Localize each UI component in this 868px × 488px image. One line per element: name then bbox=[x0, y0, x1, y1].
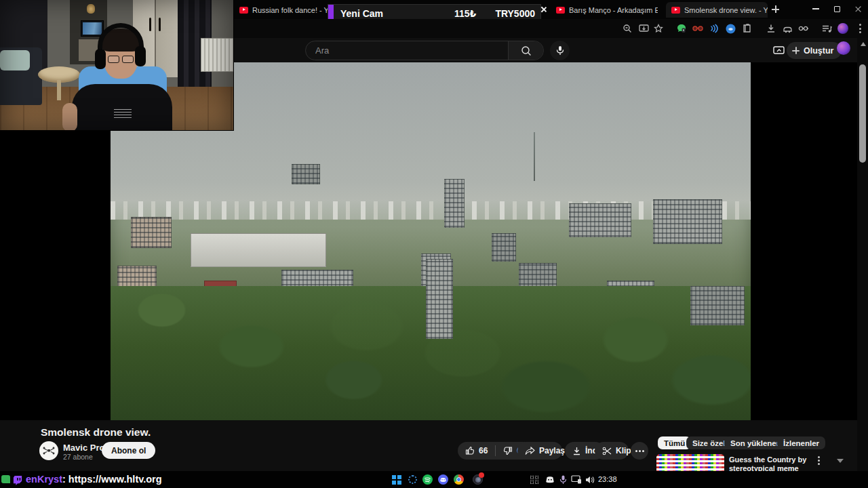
window-maximize-button[interactable] bbox=[827, 0, 847, 18]
search-box bbox=[305, 41, 544, 60]
browser-menu-kebab-icon[interactable] bbox=[853, 22, 867, 35]
tray-volume-icon[interactable] bbox=[584, 474, 595, 485]
user-avatar[interactable] bbox=[837, 41, 850, 55]
tab-baris-manco[interactable]: Barış Manço - Arkadaşım Eşek bbox=[551, 2, 658, 18]
maximize-icon bbox=[834, 6, 840, 12]
banner-close-icon[interactable] bbox=[540, 5, 548, 14]
scrollbar-up-arrow[interactable] bbox=[861, 42, 866, 46]
extension-clipboard-icon[interactable] bbox=[740, 22, 753, 35]
more-actions-button[interactable] bbox=[631, 442, 648, 460]
like-button[interactable]: 66 bbox=[458, 442, 495, 460]
share-label: Paylaş bbox=[539, 446, 565, 455]
avatar bbox=[837, 23, 848, 34]
apartment-building bbox=[131, 217, 172, 248]
share-icon bbox=[525, 447, 535, 455]
extension-messenger-icon[interactable] bbox=[675, 22, 688, 35]
kebab-dot bbox=[642, 450, 644, 452]
windows-logo-icon bbox=[392, 475, 401, 485]
youtube-favicon bbox=[239, 7, 248, 14]
chip-watched[interactable]: İzlenenler bbox=[777, 436, 825, 449]
window-minimize-button[interactable] bbox=[806, 0, 826, 18]
webcam-overlay bbox=[0, 0, 234, 131]
apartment-building bbox=[653, 199, 722, 244]
taskbar-app-chrome[interactable] bbox=[453, 474, 465, 485]
foreground-tower bbox=[426, 259, 453, 339]
suggested-title-line1: Guess the Country by bbox=[729, 455, 810, 464]
page-scrollbar-thumb[interactable] bbox=[859, 64, 866, 163]
channel-name[interactable]: Mavic Pro bbox=[63, 443, 104, 453]
suggested-video-menu-icon[interactable] bbox=[815, 456, 822, 467]
cart-icon[interactable] bbox=[781, 22, 794, 35]
playlist-music-icon[interactable] bbox=[820, 22, 833, 35]
minimize-icon bbox=[812, 8, 819, 9]
share-button[interactable]: Paylaş bbox=[517, 442, 562, 460]
video-title: Smolensk drone view. bbox=[41, 426, 151, 439]
app-icon bbox=[473, 474, 483, 485]
donation-current-amount: 115₺ bbox=[454, 8, 476, 19]
tray-cast-icon[interactable] bbox=[570, 474, 582, 485]
search-input[interactable] bbox=[306, 41, 508, 60]
chevron-down-icon[interactable] bbox=[837, 459, 844, 463]
tab-label: Barış Manço - Arkadaşım Eşek bbox=[569, 6, 658, 14]
search-button[interactable] bbox=[508, 41, 543, 60]
kebab-dot bbox=[818, 463, 820, 465]
tab-label: Russian folk dance! - YouTube bbox=[252, 6, 328, 14]
foreground-building bbox=[690, 286, 745, 325]
drone-icon bbox=[43, 447, 55, 455]
apartment-building bbox=[569, 203, 631, 237]
start-button[interactable] bbox=[391, 474, 402, 485]
industrial-sheds bbox=[191, 233, 326, 267]
extension-blue-app-icon[interactable] bbox=[724, 22, 737, 35]
downloads-icon[interactable] bbox=[764, 22, 778, 35]
mic-button[interactable] bbox=[550, 41, 570, 60]
channel-avatar[interactable] bbox=[39, 441, 58, 460]
extension-vpn-glasses-icon[interactable] bbox=[691, 22, 705, 35]
tab-russian-folk-dance[interactable]: Russian folk dance! - YouTube bbox=[234, 2, 328, 18]
tab-smolensk-active[interactable]: Smolensk drone view. - You bbox=[666, 2, 768, 18]
taskbar-app-discord[interactable] bbox=[437, 474, 449, 485]
snapshot-icon[interactable] bbox=[637, 22, 650, 35]
youtube-favicon bbox=[671, 7, 680, 14]
tray-overflow-icon[interactable] bbox=[528, 474, 540, 485]
taskbar-app-notification[interactable] bbox=[472, 474, 484, 485]
window-close-button[interactable] bbox=[848, 0, 868, 18]
clip-label: Klip bbox=[616, 446, 631, 455]
taskbar-app-spotify[interactable] bbox=[422, 474, 433, 485]
close-icon bbox=[854, 5, 862, 13]
sync-ring-icon bbox=[408, 475, 417, 484]
mic-icon bbox=[555, 45, 565, 56]
subscriber-count: 27 abone bbox=[63, 453, 93, 461]
tray-discord-icon[interactable] bbox=[544, 474, 555, 485]
taskbar-app-sync-ring[interactable] bbox=[407, 474, 418, 485]
password-manager-icon[interactable] bbox=[797, 22, 810, 35]
scissors-icon bbox=[602, 447, 612, 455]
twitch-icon bbox=[13, 475, 22, 485]
like-count: 66 bbox=[479, 446, 488, 455]
thumbs-up-icon bbox=[465, 446, 475, 455]
streamer-nick: enKryst bbox=[26, 474, 62, 485]
tv-tower bbox=[534, 132, 535, 181]
taskbar-clock[interactable]: 23:38 bbox=[598, 475, 617, 483]
search-icon bbox=[521, 45, 532, 56]
bottom-bar: enKryst: https://www.hltv.org 23: bbox=[0, 471, 868, 488]
chrome-icon bbox=[454, 474, 464, 485]
download-icon bbox=[572, 447, 581, 455]
overlay-url[interactable]: https://www.hltv.org bbox=[68, 474, 162, 485]
bookmark-star-icon[interactable] bbox=[652, 22, 665, 35]
extension-wave-icon[interactable] bbox=[707, 22, 721, 35]
browser-profile-avatar[interactable] bbox=[836, 22, 850, 35]
apartment-building bbox=[292, 164, 320, 184]
kebab-dot bbox=[635, 450, 637, 452]
kebab-dot bbox=[639, 450, 641, 452]
subscribe-button[interactable]: Abone ol bbox=[102, 442, 155, 459]
kebab-dot bbox=[818, 456, 820, 458]
create-button[interactable]: Oluştur bbox=[787, 42, 842, 59]
plus-icon bbox=[792, 47, 799, 54]
thumbs-down-icon bbox=[503, 446, 513, 455]
screen-share-icon[interactable] bbox=[773, 45, 785, 55]
tray-mic-icon[interactable] bbox=[557, 474, 569, 485]
clip-button[interactable]: Klip bbox=[595, 442, 629, 460]
find-in-page-icon[interactable] bbox=[620, 22, 634, 35]
apartment-building bbox=[492, 233, 516, 262]
tab-label: Smolensk drone view. - You bbox=[684, 6, 768, 14]
